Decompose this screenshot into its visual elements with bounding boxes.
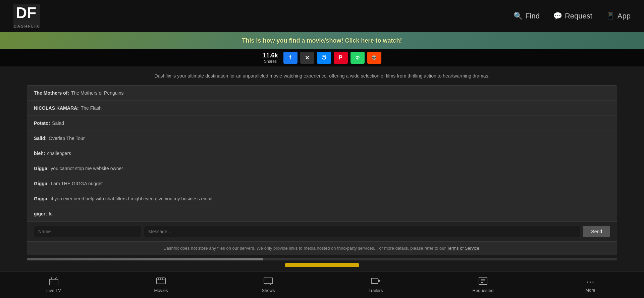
chat-username: giger: [34, 211, 47, 216]
send-button[interactable]: Send [583, 226, 610, 237]
logo-area: DF DASHFLIX [13, 4, 40, 28]
more-icon: ··· [586, 277, 594, 286]
app-icon: 📱 [606, 12, 615, 20]
chat-username: NICOLAS KAMARA: [34, 105, 79, 111]
movies-icon [156, 277, 166, 287]
bottom-nav-movies[interactable]: Movies [107, 274, 215, 296]
svg-rect-7 [157, 278, 165, 284]
chat-username: Salid: [34, 136, 47, 141]
disclaimer: Dashflix does not store any files on our… [27, 241, 617, 255]
facebook-share-button[interactable]: f [283, 52, 298, 64]
message-input[interactable] [144, 226, 580, 237]
chat-message: Potato: Salad [27, 116, 617, 131]
chat-message: bleh: challengers [27, 146, 617, 161]
chat-text: I am THE GIGGA nugget [51, 181, 103, 186]
chat-message: Gigga: I am THE GIGGA nugget [27, 176, 617, 191]
chat-message: Gigga: if you ever need help with chat f… [27, 191, 617, 206]
pinterest-share-button[interactable]: P [334, 52, 348, 64]
main-area: DF DASHFLIX Dashflix is your ultimate de… [0, 66, 644, 275]
live-tv-label: Live TV [46, 288, 61, 293]
scroll-bar-fill [27, 258, 263, 260]
reddit-share-button[interactable]: 👽 [367, 52, 381, 64]
chat-message: giger: lol [27, 206, 617, 221]
app-nav-item[interactable]: 📱 App [606, 12, 631, 20]
request-label: Request [565, 12, 592, 20]
bottom-nav: Live TV Movies Shows [0, 271, 644, 298]
chat-username: bleh: [34, 151, 45, 156]
banner-text: This is how you find a movie/show! Click… [242, 37, 402, 44]
twitter-share-button[interactable]: ✕ [300, 52, 314, 64]
terms-link[interactable]: Terms of Service [447, 246, 479, 251]
share-count: 11.6k Shares [263, 52, 278, 64]
bottom-nav-shows[interactable]: Shows [215, 274, 322, 296]
svg-rect-1 [49, 279, 58, 285]
chat-text: Overlap The Tour [49, 136, 85, 141]
bottom-nav-more[interactable]: ··· More [537, 274, 644, 295]
logo-df: DF [14, 4, 40, 24]
bottom-nav-live-tv[interactable]: Live TV [0, 274, 107, 296]
chat-username: The Mothers of: [34, 90, 69, 96]
chat-message: The Mothers of: The Mothers of Penguins [27, 86, 617, 101]
header-nav: 🔍 Find 💬 Request 📱 App [514, 12, 631, 20]
scroll-bar-area [27, 258, 617, 260]
trailers-label: Trailers [369, 288, 383, 293]
find-icon: 🔍 [514, 12, 523, 20]
whatsapp-share-button[interactable]: ✆ [351, 52, 365, 64]
chat-username: Potato: [34, 120, 50, 126]
app-label: App [618, 12, 631, 20]
chat-username: Gigga: [34, 196, 49, 201]
find-label: Find [525, 12, 540, 20]
shows-icon [263, 277, 273, 287]
chat-text: Salad [52, 120, 64, 126]
yellow-button-hint [285, 263, 359, 267]
shows-label: Shows [262, 288, 275, 293]
chat-text: The Flash [81, 105, 102, 111]
movies-label: Movies [154, 288, 168, 293]
bottom-nav-trailers[interactable]: Trailers [322, 274, 429, 296]
requested-label: Requested [473, 288, 494, 293]
bottom-nav-requested[interactable]: Requested [429, 274, 537, 296]
chat-message: Salid: Overlap The Tour [27, 131, 617, 146]
chat-message: Gigga: you cannot stop me website owner [27, 161, 617, 176]
chat-text: if you ever need help with chat filters … [51, 196, 212, 201]
logo-subtext: DASHFLIX [14, 24, 40, 28]
shares-label: Shares [263, 59, 278, 64]
disclaimer-text: Dashflix does not store any files on our… [163, 246, 447, 251]
chat-container: The Mothers of: The Mothers of Penguins … [27, 85, 617, 255]
chat-text: you cannot stop me website owner [51, 166, 123, 171]
logo-box: DF DASHFLIX [13, 4, 40, 28]
chat-username: Gigga: [34, 181, 49, 186]
svg-text:DF: DF [16, 4, 36, 21]
chat-text: The Mothers of Penguins [71, 90, 123, 96]
trailers-icon [371, 277, 381, 287]
description-underline-1: unparalleled movie-watching experience [243, 73, 327, 79]
banner[interactable]: This is how you find a movie/show! Click… [0, 32, 644, 49]
chat-text: challengers [47, 151, 71, 156]
messenger-share-button[interactable]: ⓜ [317, 52, 331, 64]
svg-rect-16 [371, 278, 378, 284]
share-bar: 11.6k Shares f ✕ ⓜ P ✆ 👽 [0, 49, 644, 66]
chat-input-row: Send [27, 221, 617, 241]
description-underline-2: offering a wide selection of films [329, 73, 395, 79]
disclaimer-period: . [479, 246, 481, 251]
request-icon: 💬 [553, 12, 562, 20]
svg-marker-17 [378, 280, 380, 282]
live-tv-icon [49, 277, 59, 287]
chat-text: lol [49, 211, 54, 216]
chat-message: NICOLAS KAMARA: The Flash [27, 101, 617, 116]
requested-icon [478, 277, 488, 287]
header: DF DASHFLIX 🔍 Find 💬 Request 📱 App [0, 0, 644, 32]
request-nav-item[interactable]: 💬 Request [553, 12, 592, 20]
more-label: More [585, 288, 595, 293]
name-input[interactable] [34, 226, 141, 237]
description-text: Dashflix is your ultimate destination fo… [27, 73, 617, 79]
find-nav-item[interactable]: 🔍 Find [514, 12, 540, 20]
share-number: 11.6k [263, 52, 278, 59]
chat-username: Gigga: [34, 166, 49, 171]
